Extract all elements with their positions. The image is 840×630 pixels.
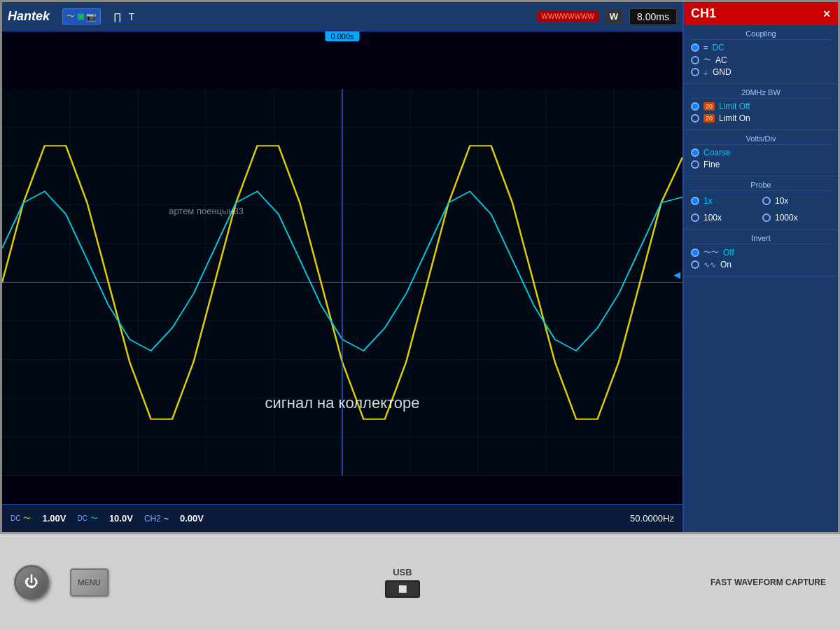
probe-10x-option[interactable]: 10x	[762, 196, 831, 206]
coupling-dc-radio[interactable]	[691, 43, 699, 52]
status-bar: DC 〜 1.00V DC 〜 10.0V CH2 ~ 0.	[2, 504, 682, 532]
probe-1000x-radio[interactable]	[762, 214, 771, 222]
usb-label: USB	[393, 567, 412, 578]
ch1-wave-icon: 〜 ▣ 📷	[62, 8, 101, 24]
ch2-coupling-status: DC 〜	[77, 513, 97, 524]
trigger-wave-pattern: WWWWWWWW	[541, 13, 594, 20]
ch1-coupling-status: DC 〜	[10, 513, 31, 524]
menu-button-1-label: MENU	[78, 578, 100, 587]
invert-on-radio[interactable]	[691, 260, 699, 269]
probe-100x-option[interactable]: 100x	[691, 213, 760, 223]
green-square-icon: ▣	[77, 12, 84, 21]
volts-div-title: Volts/Div	[691, 134, 831, 145]
probe-section: Probe 1x 10x 100x	[684, 176, 838, 230]
invert-section: Invert 〜〜 Off ∿∿ On	[684, 230, 838, 276]
fine-radio[interactable]	[691, 160, 699, 169]
brand-label: Hantek	[8, 9, 50, 24]
coarse-option[interactable]: Coarse	[691, 148, 831, 158]
coupling-ac-label: AC	[715, 55, 727, 65]
trigger-t-label: T	[129, 11, 135, 22]
bw-title: 20MHz BW	[691, 88, 831, 99]
probe-10x-radio[interactable]	[762, 197, 771, 205]
bw-limit-on-radio[interactable]	[691, 114, 699, 122]
ac-icon: 〜	[704, 55, 711, 65]
ch2-wave-symbol: ~	[164, 514, 169, 524]
usb-port-icon: ⬜	[398, 585, 407, 593]
ch1-voltage-value: 1.00V	[42, 513, 66, 524]
coarse-radio[interactable]	[691, 148, 699, 157]
trigger-icon: ∏	[113, 11, 122, 22]
invert-title: Invert	[691, 234, 831, 244]
probe-100x-radio[interactable]	[691, 214, 699, 222]
invert-off-option[interactable]: 〜〜 Off	[691, 247, 831, 258]
probe-1000x-label: 1000x	[775, 213, 798, 223]
probe-10x-label: 10x	[775, 196, 788, 206]
coupling-ac-radio[interactable]	[691, 56, 699, 64]
volts-div-section: Volts/Div Coarse Fine	[684, 130, 838, 176]
usb-port[interactable]: ⬜	[385, 580, 420, 598]
bw-limit-off-radio[interactable]	[691, 102, 699, 111]
invert-on-label: On	[720, 260, 732, 270]
ch1-voltage-status: 1.00V	[42, 513, 66, 524]
bw-on-badge: 20	[704, 114, 715, 122]
ch1-close-button[interactable]: ✕	[822, 8, 831, 20]
header-bar: Hantek 〜 ▣ 📷 ∏ T WWWWWWWW W 8.00ms	[2, 2, 682, 31]
coupling-dc-label: DC	[712, 43, 724, 52]
waveform-svg	[2, 89, 682, 476]
ch2-voltage-status: 10.0V	[109, 513, 133, 524]
ch2-label-status: CH2 ~	[144, 514, 169, 524]
camera-icon: 📷	[86, 12, 97, 22]
probe-title: Probe	[691, 181, 831, 191]
fine-option[interactable]: Fine	[691, 160, 831, 169]
bw-limit-on-label: Limit On	[719, 113, 750, 123]
probe-1x-label: 1x	[704, 196, 713, 206]
oscilloscope: Hantek 〜 ▣ 📷 ∏ T WWWWWWWW W 8.00ms 0.000…	[0, 0, 840, 630]
invert-on-option[interactable]: ∿∿ On	[691, 260, 831, 270]
ch2-coupling-label: DC	[77, 514, 87, 522]
bottom-controls: ⏻ MENU USB ⬜ FAST WAVEFORM CAPTURE	[0, 532, 840, 630]
coupling-gnd-radio[interactable]	[691, 68, 699, 76]
invert-off-icon: 〜〜	[704, 247, 719, 258]
probe-1x-radio[interactable]	[691, 197, 699, 205]
coupling-gnd-option[interactable]: ⏚ GND	[691, 67, 831, 77]
ch1-header: CH1 ✕	[684, 2, 838, 25]
bw-limit-off-label: Limit Off	[719, 102, 750, 111]
ch2-offset-status: 0.00V	[180, 513, 204, 524]
frequency-status: 50.0000Hz	[630, 513, 674, 524]
bw-off-badge: 20	[704, 102, 715, 111]
w-label: W	[606, 10, 622, 23]
probe-1000x-option[interactable]: 1000x	[762, 213, 831, 223]
oscilloscope-display: Hantek 〜 ▣ 📷 ∏ T WWWWWWWW W 8.00ms 0.000…	[2, 2, 682, 532]
ch2-voltage-value: 10.0V	[109, 513, 133, 524]
right-panel: CH1 ✕ Coupling = DC 〜 AC ⏚	[682, 2, 838, 532]
bw-limit-on-option[interactable]: 20 Limit On	[691, 113, 831, 123]
coupling-gnd-label: GND	[713, 67, 732, 77]
fine-label: Fine	[704, 160, 720, 169]
coupling-section: Coupling = DC 〜 AC ⏚ GND	[684, 25, 838, 84]
center-level-arrow: ◄	[671, 269, 682, 281]
power-icon: ⏻	[24, 574, 38, 590]
power-button[interactable]: ⏻	[14, 565, 49, 600]
coupling-ac-option[interactable]: 〜 AC	[691, 55, 831, 65]
coupling-dc-option[interactable]: = DC	[691, 43, 831, 52]
invert-off-radio[interactable]	[691, 248, 699, 257]
bw-section: 20MHz BW 20 Limit Off 20 Limit On	[684, 84, 838, 130]
dc-icon: =	[704, 43, 708, 52]
trigger-wave-display: WWWWWWWW	[537, 11, 598, 22]
time-per-div: 8.00ms	[629, 8, 677, 25]
coarse-label: Coarse	[704, 148, 731, 158]
invert-on-icon: ∿∿	[704, 260, 716, 270]
time-position-indicator: 0.000s	[325, 31, 359, 41]
usb-section: USB ⬜	[385, 567, 420, 598]
screen-container: Hantek 〜 ▣ 📷 ∏ T WWWWWWWW W 8.00ms 0.000…	[0, 0, 840, 532]
ch2-offset-value: 0.00V	[180, 513, 204, 524]
gnd-icon: ⏚	[704, 68, 708, 76]
probe-options-row: 1x 10x 100x 1000x	[691, 194, 831, 225]
menu-button-1[interactable]: MENU	[70, 568, 108, 596]
bw-limit-off-option[interactable]: 20 Limit Off	[691, 102, 831, 111]
ch1-panel-label: CH1	[691, 6, 716, 21]
fast-waveform-label: FAST WAVEFORM CAPTURE	[710, 578, 826, 587]
ch1-wave-status-icon: 〜	[23, 513, 31, 524]
probe-100x-label: 100x	[704, 213, 722, 223]
probe-1x-option[interactable]: 1x	[691, 196, 760, 206]
